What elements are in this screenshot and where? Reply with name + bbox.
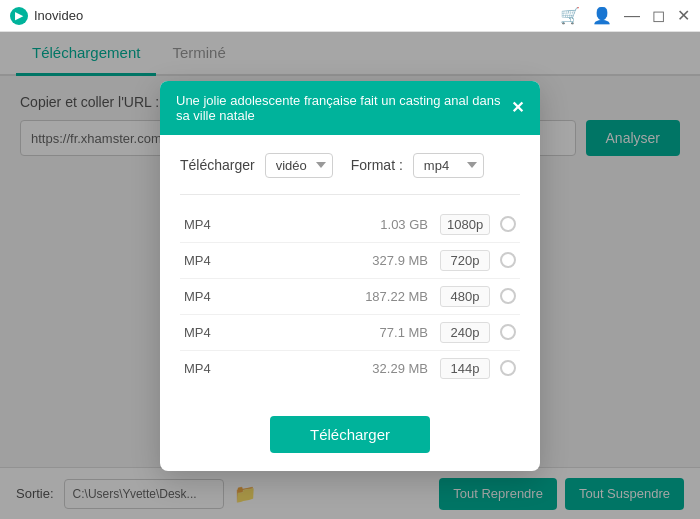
format-row-1080: MP4 1.03 GB 1080p [180, 207, 520, 243]
format-quality-5: 144p [440, 358, 490, 379]
profile-icon[interactable]: 👤 [592, 6, 612, 25]
modal-dialog: Une jolie adolescente française fait un … [160, 81, 540, 471]
format-quality-4: 240p [440, 322, 490, 343]
download-button[interactable]: Télécharger [270, 416, 430, 453]
app-title: Inovideo [34, 8, 560, 23]
format-row-240: MP4 77.1 MB 240p [180, 315, 520, 351]
format-size-4: 77.1 MB [234, 325, 440, 340]
format-quality-3: 480p [440, 286, 490, 307]
format-type-2: MP4 [184, 253, 234, 268]
type-select[interactable]: vidéo audio [265, 153, 333, 178]
format-row-144: MP4 32.29 MB 144p [180, 351, 520, 386]
format-type-4: MP4 [184, 325, 234, 340]
modal-title: Une jolie adolescente française fait un … [176, 93, 511, 123]
format-size-3: 187.22 MB [234, 289, 440, 304]
format-size-2: 327.9 MB [234, 253, 440, 268]
format-rows: MP4 1.03 GB 1080p MP4 327.9 MB 720p MP4 … [180, 207, 520, 386]
format-radio-4[interactable] [500, 324, 516, 340]
modal-body: Télécharger vidéo audio Format : mp4 web… [160, 135, 540, 406]
modal-footer: Télécharger [160, 406, 540, 471]
format-radio-1[interactable] [500, 216, 516, 232]
format-radio-2[interactable] [500, 252, 516, 268]
format-row-720: MP4 327.9 MB 720p [180, 243, 520, 279]
title-bar: ▶ Inovideo 🛒 👤 — ◻ ✕ [0, 0, 700, 32]
app-body: Téléchargement Terminé Copier et coller … [0, 32, 700, 519]
modal-close-button[interactable]: ✕ [511, 98, 524, 117]
cart-icon[interactable]: 🛒 [560, 6, 580, 25]
minimize-icon[interactable]: — [624, 7, 640, 25]
modal-controls-row: Télécharger vidéo audio Format : mp4 web… [180, 153, 520, 178]
format-select[interactable]: mp4 webm flv [413, 153, 484, 178]
format-radio-5[interactable] [500, 360, 516, 376]
telecharger-label: Télécharger [180, 157, 255, 173]
format-row-480: MP4 187.22 MB 480p [180, 279, 520, 315]
restore-icon[interactable]: ◻ [652, 6, 665, 25]
format-label: Format : [351, 157, 403, 173]
format-quality-2: 720p [440, 250, 490, 271]
window-controls: 🛒 👤 — ◻ ✕ [560, 6, 690, 25]
modal-overlay: Une jolie adolescente française fait un … [0, 32, 700, 519]
format-radio-3[interactable] [500, 288, 516, 304]
format-size-5: 32.29 MB [234, 361, 440, 376]
format-quality-1: 1080p [440, 214, 490, 235]
modal-header: Une jolie adolescente française fait un … [160, 81, 540, 135]
close-icon[interactable]: ✕ [677, 6, 690, 25]
format-size-1: 1.03 GB [234, 217, 440, 232]
format-type-1: MP4 [184, 217, 234, 232]
format-type-5: MP4 [184, 361, 234, 376]
modal-divider [180, 194, 520, 195]
format-type-3: MP4 [184, 289, 234, 304]
app-logo: ▶ [10, 7, 28, 25]
